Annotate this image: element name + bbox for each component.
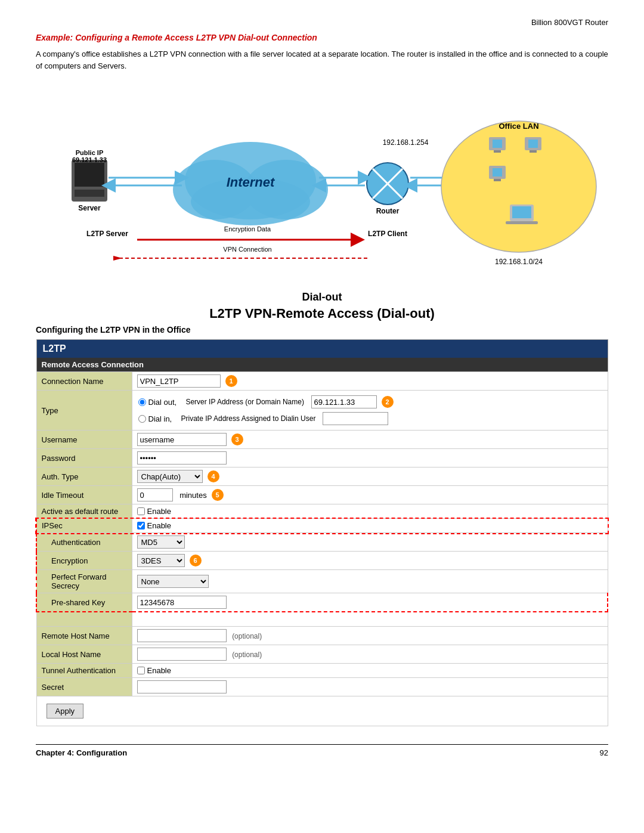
type-value-cell: Dial out, Server IP Address (or Domain N… xyxy=(132,391,608,431)
server-ip-label: Server IP Address (or Domain Name) xyxy=(185,398,304,406)
password-input[interactable] xyxy=(137,451,227,465)
connection-name-input[interactable] xyxy=(137,374,221,388)
private-ip-input[interactable] xyxy=(323,412,388,425)
dial-in-label-text: Dial in, xyxy=(148,414,172,423)
encryption-value-cell: 3DES DES AES 6 xyxy=(132,552,608,570)
password-row: Password xyxy=(36,449,608,467)
pfs-label: Perfect Forward Secrecy xyxy=(36,570,132,593)
dial-in-radio[interactable] xyxy=(138,415,146,423)
idle-timeout-input[interactable] xyxy=(137,488,173,501)
authentication-label: Authentication xyxy=(36,533,132,552)
config-subtitle: Configuring the L2TP VPN in the Office xyxy=(36,325,608,335)
badge-6: 6 xyxy=(190,555,202,566)
svg-rect-33 xyxy=(494,179,501,181)
badge-5: 5 xyxy=(212,489,224,501)
svg-text:Server: Server xyxy=(78,204,101,212)
connection-name-value-cell: 1 xyxy=(132,372,608,391)
pre-shared-key-input[interactable] xyxy=(137,596,227,609)
remote-host-input[interactable] xyxy=(137,629,227,642)
page-header: Billion 800VGT Router xyxy=(36,18,608,27)
svg-text:69.121.1.33: 69.121.1.33 xyxy=(72,156,107,163)
tunnel-auth-label: Tunnel Authentication xyxy=(36,664,132,678)
example-title: Example: Configuring a Remote Access L2T… xyxy=(36,33,608,42)
authentication-row: Authentication MD5 SHA1 xyxy=(36,533,608,552)
auth-type-label: Auth. Type xyxy=(36,467,132,486)
active-default-text: Enable xyxy=(147,507,171,516)
svg-text:Router: Router xyxy=(376,207,400,215)
local-host-optional: (optional) xyxy=(232,651,262,659)
svg-rect-35 xyxy=(512,206,531,218)
svg-text:192.168.1.254: 192.168.1.254 xyxy=(383,138,429,147)
svg-rect-29 xyxy=(528,140,538,148)
footer-chapter: Chapter 4: Configuration xyxy=(36,748,127,757)
username-input[interactable] xyxy=(137,433,227,446)
main-title: L2TP VPN-Remote Access (Dial-out) xyxy=(36,306,608,321)
local-host-value-cell: (optional) xyxy=(132,645,608,664)
username-label: Username xyxy=(36,431,132,449)
authentication-select[interactable]: MD5 SHA1 xyxy=(137,535,185,549)
ipsec-label: IPSec xyxy=(36,519,132,533)
password-value-cell xyxy=(132,449,608,467)
type-row: Type Dial out, Server IP Address (or Dom… xyxy=(36,391,608,431)
encryption-select[interactable]: 3DES DES AES xyxy=(137,554,185,567)
svg-point-23 xyxy=(441,121,596,252)
encryption-label: Encryption xyxy=(36,552,132,570)
secret-row: Secret xyxy=(36,678,608,696)
ipsec-row: IPSec Enable xyxy=(36,519,608,533)
tunnel-auth-text: Enable xyxy=(147,666,171,675)
pre-shared-key-row: Pre-shared Key xyxy=(36,593,608,612)
idle-timeout-unit: minutes xyxy=(179,491,207,500)
svg-text:192.168.1.0/24: 192.168.1.0/24 xyxy=(495,258,543,266)
auth-type-value-cell: Chap(Auto) PAP CHAP MS-CHAP 4 xyxy=(132,467,608,486)
svg-marker-45 xyxy=(113,256,122,261)
svg-text:Encryption Data: Encryption Data xyxy=(224,225,271,233)
tunnel-auth-value-cell: Enable xyxy=(132,664,608,678)
svg-rect-27 xyxy=(494,150,501,153)
encryption-row: Encryption 3DES DES AES 6 xyxy=(36,552,608,570)
ipsec-value-cell: Enable xyxy=(132,519,608,533)
remote-host-optional: (optional) xyxy=(232,632,262,640)
pre-shared-key-label: Pre-shared Key xyxy=(36,593,132,612)
authentication-value-cell: MD5 SHA1 xyxy=(132,533,608,552)
type-label: Type xyxy=(36,391,132,431)
auth-type-row: Auth. Type Chap(Auto) PAP CHAP MS-CHAP 4 xyxy=(36,467,608,486)
footer-page: 92 xyxy=(600,748,608,757)
idle-timeout-label: Idle Timeout xyxy=(36,486,132,504)
svg-text:Internet: Internet xyxy=(227,175,275,190)
network-diagram: Server Public IP 69.121.1.33 Internet Ro… xyxy=(36,82,608,285)
active-default-label: Active as default route xyxy=(36,504,132,519)
remote-host-label: Remote Host Name xyxy=(36,627,132,645)
intro-text: A company's office establishes a L2TP VP… xyxy=(36,48,608,72)
pfs-select[interactable]: None DH1 DH2 xyxy=(137,575,209,588)
active-default-checkbox[interactable] xyxy=(137,507,145,515)
svg-rect-2 xyxy=(75,190,104,197)
svg-text:VPN Connection: VPN Connection xyxy=(223,246,271,253)
apply-button[interactable]: Apply xyxy=(47,704,84,719)
username-value-cell: 3 xyxy=(132,431,608,449)
dial-out-label: Dial-out xyxy=(36,291,608,304)
private-ip-label: Private IP Address Assigned to Dialin Us… xyxy=(181,414,315,423)
auth-type-select[interactable]: Chap(Auto) PAP CHAP MS-CHAP xyxy=(137,470,203,483)
l2tp-config-table: L2TP Remote Access Connection Connection… xyxy=(36,339,608,726)
pfs-value-cell: None DH1 DH2 xyxy=(132,570,608,593)
pfs-row: Perfect Forward Secrecy None DH1 DH2 xyxy=(36,570,608,593)
local-host-label: Local Host Name xyxy=(36,645,132,664)
badge-3: 3 xyxy=(231,433,243,445)
connection-name-label: Connection Name xyxy=(36,372,132,391)
active-default-row: Active as default route Enable xyxy=(36,504,608,519)
secret-value-cell xyxy=(132,678,608,696)
idle-timeout-row: Idle Timeout minutes 5 xyxy=(36,486,608,504)
page-footer: Chapter 4: Configuration 92 xyxy=(36,744,608,757)
local-host-input[interactable] xyxy=(137,648,227,661)
tunnel-auth-checkbox[interactable] xyxy=(137,667,145,674)
username-row: Username 3 xyxy=(36,431,608,449)
svg-rect-36 xyxy=(506,221,538,224)
secret-input[interactable] xyxy=(137,680,227,693)
server-ip-input[interactable] xyxy=(311,395,377,408)
dial-out-radio[interactable] xyxy=(138,398,146,406)
ipsec-checkbox[interactable] xyxy=(137,522,145,529)
svg-text:Office LAN: Office LAN xyxy=(499,122,538,131)
password-label: Password xyxy=(36,449,132,467)
badge-4: 4 xyxy=(208,470,219,482)
remote-host-value-cell: (optional) xyxy=(132,627,608,645)
